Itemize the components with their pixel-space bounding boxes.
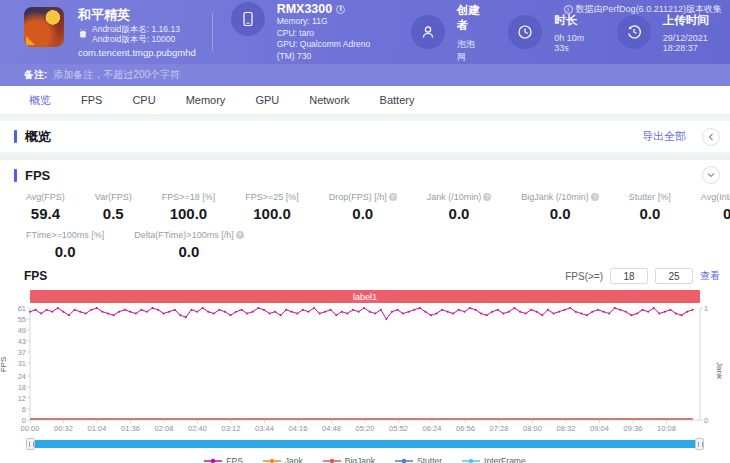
- note-bar: 备注: 添加备注，不超过200个字符: [0, 64, 730, 86]
- tab-FPS[interactable]: FPS: [66, 94, 117, 106]
- duration-value: 0h 10m 33s: [554, 33, 590, 53]
- note-input[interactable]: 添加备注，不超过200个字符: [53, 68, 180, 82]
- section-marker: [14, 169, 17, 182]
- x-tick-label: 00:32: [54, 424, 73, 433]
- collapse-left-button[interactable]: [702, 128, 720, 146]
- y-tick-label: 61: [18, 304, 26, 313]
- metric-value: 100.0: [245, 205, 299, 222]
- metric-value: 0.0: [26, 243, 104, 260]
- tab-Memory[interactable]: Memory: [171, 94, 241, 106]
- overview-title: 概览: [25, 128, 51, 146]
- phone-icon: [231, 2, 265, 36]
- user-icon: [411, 15, 445, 49]
- y-tick-label: 12: [18, 394, 26, 403]
- metric-Stutter [%]: Stutter [%]0.0: [629, 192, 671, 222]
- device-gpu: GPU: Qualcomm Adreno (TM) 730: [277, 39, 386, 62]
- x-tick-label: 02:40: [188, 424, 207, 433]
- scrollbar-fill[interactable]: [30, 440, 700, 448]
- legend-item-Stutter[interactable]: Stutter: [395, 456, 442, 463]
- metric-Delta(FTime)>100ms [/h]: Delta(FTime)>100ms [/h]?0.0: [134, 230, 243, 260]
- tab-bar: 概览FPSCPUMemoryGPUNetworkBattery: [0, 86, 730, 115]
- help-icon[interactable]: ?: [591, 193, 599, 201]
- x-tick-label: 03:44: [255, 424, 274, 433]
- fps-threshold-input-2[interactable]: [655, 268, 693, 284]
- fps-line-plot[interactable]: [30, 308, 700, 420]
- y-tick-label: 49: [18, 326, 26, 335]
- y-tick-label: 43: [18, 337, 26, 346]
- metric-value: 0.0: [521, 205, 599, 222]
- fps-metrics-row1: Avg(FPS)59.4Var(FPS)0.5FPS>=18 [%]100.0F…: [0, 190, 730, 222]
- clock-icon: [508, 15, 542, 49]
- legend-item-InterFrame[interactable]: InterFrame: [462, 456, 526, 463]
- note-label: 备注:: [24, 68, 47, 82]
- metric-Var(FPS): Var(FPS)0.5: [95, 192, 132, 222]
- device-model: RMX3300: [277, 2, 333, 16]
- view-button[interactable]: 查看: [700, 269, 720, 283]
- metric-value: 0.5: [95, 205, 132, 222]
- fps-threshold-label: FPS(>=): [565, 271, 603, 282]
- x-tick-label: 07:28: [490, 424, 509, 433]
- chart-zoom-scrollbar[interactable]: [30, 440, 700, 448]
- metric-Avg(InterFrame): Avg(InterFrame)0.0: [701, 192, 730, 222]
- help-icon[interactable]: ?: [389, 193, 397, 201]
- overview-section-header: 概览 导出全部: [0, 121, 730, 152]
- metric-label: FPS>=25 [%]: [245, 192, 299, 202]
- tab-Battery[interactable]: Battery: [365, 94, 430, 106]
- tab-概览[interactable]: 概览: [14, 93, 66, 108]
- x-tick-label: 01:36: [121, 424, 140, 433]
- metric-value: 0.0: [629, 205, 671, 222]
- metric-value: 100.0: [162, 205, 216, 222]
- x-tick-label: 06:56: [456, 424, 475, 433]
- legend-item-FPS[interactable]: FPS: [204, 456, 243, 463]
- legend-marker-icon: [323, 457, 341, 463]
- x-tick-label: 05:52: [389, 424, 408, 433]
- export-all-button[interactable]: 导出全部: [642, 129, 686, 144]
- collect-info: i 数据由PerfDog(6.0.211212)版本收集: [564, 3, 722, 16]
- scrollbar-handle-left[interactable]: [26, 438, 35, 450]
- collect-info-text: 数据由PerfDog(6.0.211212)版本收集: [576, 3, 722, 16]
- device-info-icon[interactable]: i: [336, 5, 345, 14]
- legend-label: FPS: [226, 456, 243, 463]
- android-version-name: Android版本名: 1.16.13: [92, 24, 180, 34]
- legend-item-BigJank[interactable]: BigJank: [323, 456, 375, 463]
- section-gap: [0, 152, 730, 159]
- y-tick-label: 6: [22, 405, 26, 414]
- x-tick-label: 02:08: [155, 424, 174, 433]
- tab-Network[interactable]: Network: [294, 94, 364, 106]
- history-clock-icon: [617, 15, 651, 49]
- x-tick-label: 09:36: [624, 424, 643, 433]
- chart-label-banner: label1: [30, 290, 700, 303]
- fps-threshold-filter: FPS(>=) 查看: [565, 268, 720, 284]
- x-tick-label: 08:00: [523, 424, 542, 433]
- info-icon: i: [564, 5, 573, 14]
- metric-label: Jank (/10min)?: [427, 192, 492, 202]
- duration-section: 时长 0h 10m 33s: [508, 11, 590, 53]
- tab-GPU[interactable]: GPU: [240, 94, 294, 106]
- x-axis-labels: 00:0000:3201:0401:3602:0802:4003:1203:44…: [0, 424, 730, 434]
- device-memory: Memory: 11G: [277, 16, 386, 28]
- metric-value: 0.0: [134, 243, 243, 260]
- fps-metrics-row2: FTime>=100ms [%]0.0Delta(FTime)>100ms [/…: [0, 222, 730, 262]
- x-tick-label: 10:08: [657, 424, 676, 433]
- left-axis-title: FPS: [0, 357, 8, 373]
- tab-CPU[interactable]: CPU: [117, 94, 170, 106]
- x-tick-label: 09:04: [590, 424, 609, 433]
- legend-item-Jank[interactable]: Jank: [263, 456, 303, 463]
- x-tick-label: 05:20: [356, 424, 375, 433]
- collapse-down-button[interactable]: [702, 166, 720, 184]
- y-tick-label: 1: [704, 304, 708, 313]
- legend-label: BigJank: [345, 456, 375, 463]
- fps-threshold-input-1[interactable]: [610, 268, 648, 284]
- y-tick-label: 31: [18, 359, 26, 368]
- scrollbar-handle-right[interactable]: [695, 438, 704, 450]
- metric-label: FPS>=18 [%]: [162, 192, 216, 202]
- metric-Jank (/10min): Jank (/10min)?0.0: [427, 192, 492, 222]
- help-icon[interactable]: ?: [483, 193, 491, 201]
- fps-chart: 61554943373124181260 10 FPS Jank 00:0000…: [0, 306, 730, 463]
- metric-label: FTime>=100ms [%]: [26, 230, 104, 240]
- header-divider: [212, 13, 213, 51]
- help-icon[interactable]: ?: [236, 231, 244, 239]
- app-icon: [24, 7, 64, 47]
- metric-FPS>=18 [%]: FPS>=18 [%]100.0: [162, 192, 216, 222]
- metric-label: Avg(InterFrame): [701, 192, 730, 202]
